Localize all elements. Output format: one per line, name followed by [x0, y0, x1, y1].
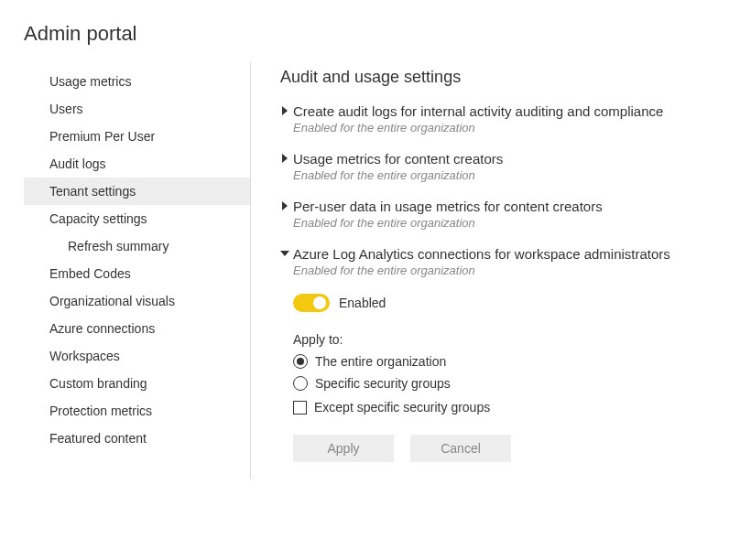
sidebar-item-refresh-summary[interactable]: Refresh summary [24, 232, 250, 260]
apply-button[interactable]: Apply [293, 435, 394, 462]
radio-icon [293, 376, 308, 391]
radio-label: Specific security groups [315, 376, 451, 391]
radio-entire-org[interactable]: The entire organization [293, 354, 724, 369]
setting-status: Enabled for the entire organization [293, 168, 724, 182]
radio-icon [293, 354, 308, 369]
radio-specific-groups[interactable]: Specific security groups [293, 376, 724, 391]
sidebar-item-organizational-visuals[interactable]: Organizational visuals [24, 287, 250, 315]
caret-right-icon [280, 106, 293, 115]
sidebar-item-azure-connections[interactable]: Azure connections [24, 315, 250, 342]
caret-right-icon [280, 201, 293, 210]
setting-body: Enabled Apply to: The entire organizatio… [280, 277, 724, 462]
sidebar-item-tenant-settings[interactable]: Tenant settings [24, 178, 250, 205]
section-title: Audit and usage settings [280, 68, 724, 87]
sidebar-item-capacity-settings[interactable]: Capacity settings [24, 205, 250, 232]
setting-toggle-header[interactable]: Per-user data in usage metrics for conte… [280, 199, 724, 230]
setting-toggle-header[interactable]: Usage metrics for content creators Enabl… [280, 151, 724, 182]
apply-to-label: Apply to: [293, 332, 724, 347]
sidebar-item-featured-content[interactable]: Featured content [24, 425, 250, 452]
checkbox-label: Except specific security groups [314, 400, 490, 415]
setting-status: Enabled for the entire organization [293, 264, 724, 277]
except-checkbox-row[interactable]: Except specific security groups [293, 400, 724, 415]
setting-title: Per-user data in usage metrics for conte… [293, 199, 724, 214]
setting-toggle-header[interactable]: Azure Log Analytics connections for work… [280, 246, 724, 277]
sidebar-item-users[interactable]: Users [24, 95, 250, 123]
toggle-knob [313, 296, 326, 309]
setting-row: Create audit logs for internal activity … [280, 103, 724, 135]
sidebar-item-protection-metrics[interactable]: Protection metrics [24, 397, 250, 425]
enabled-toggle[interactable] [293, 294, 330, 312]
setting-status: Enabled for the entire organization [293, 121, 724, 135]
main-content: Audit and usage settings Create audit lo… [251, 62, 740, 479]
setting-row: Azure Log Analytics connections for work… [280, 246, 724, 462]
setting-status: Enabled for the entire organization [293, 216, 724, 230]
sidebar-item-embed-codes[interactable]: Embed Codes [24, 260, 250, 287]
sidebar-item-workspaces[interactable]: Workspaces [24, 342, 250, 370]
setting-title: Usage metrics for content creators [293, 151, 724, 167]
page-title: Admin portal [0, 0, 740, 62]
radio-label: The entire organization [315, 354, 446, 369]
setting-row: Per-user data in usage metrics for conte… [280, 199, 724, 230]
toggle-label: Enabled [339, 296, 386, 310]
sidebar-item-premium-per-user[interactable]: Premium Per User [24, 123, 250, 150]
setting-row: Usage metrics for content creators Enabl… [280, 151, 724, 182]
sidebar: Usage metrics Users Premium Per User Aud… [24, 62, 251, 479]
caret-down-icon [280, 249, 293, 258]
caret-right-icon [280, 154, 293, 163]
setting-title: Azure Log Analytics connections for work… [293, 246, 724, 262]
setting-title: Create audit logs for internal activity … [293, 103, 724, 119]
checkbox-icon [293, 401, 307, 415]
cancel-button[interactable]: Cancel [410, 435, 511, 462]
sidebar-item-audit-logs[interactable]: Audit logs [24, 150, 250, 178]
sidebar-item-custom-branding[interactable]: Custom branding [24, 370, 250, 397]
setting-toggle-header[interactable]: Create audit logs for internal activity … [280, 103, 724, 135]
sidebar-item-usage-metrics[interactable]: Usage metrics [24, 68, 250, 95]
